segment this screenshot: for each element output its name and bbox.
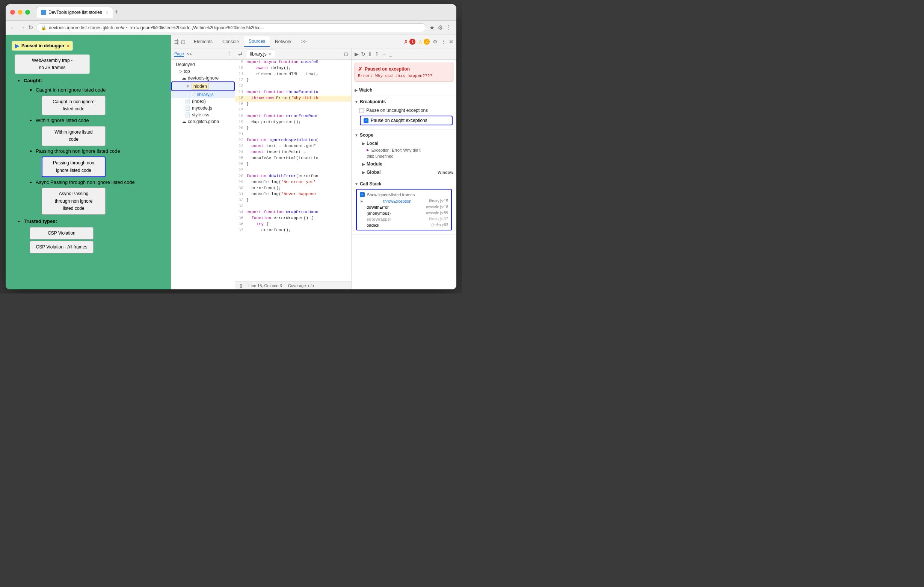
new-tab-button[interactable]: +	[115, 8, 119, 16]
cs-onclick[interactable]: onclick (index):83	[358, 222, 450, 228]
pause-caught-item[interactable]: Pause on caught exceptions	[360, 116, 453, 125]
passing-through-button[interactable]: Passing through nonignore listed code	[42, 156, 106, 177]
tab-sources[interactable]: Sources	[244, 36, 270, 47]
tab-more[interactable]: >>	[297, 37, 311, 46]
local-label: Local	[366, 141, 378, 146]
devtools-icons: ✗ 1 △ 2 ⚙ ⋮ ✕	[404, 39, 453, 44]
close-devtools-icon[interactable]: ✕	[449, 39, 453, 44]
devtools-inspect-icon[interactable]: ◻	[181, 39, 186, 44]
bookmark-button[interactable]: ★	[429, 24, 435, 31]
code-content[interactable]: 9 export async function unsafeS 10 await…	[235, 60, 351, 281]
deactivate-icon[interactable]: ⎯	[389, 51, 392, 57]
step-into-icon[interactable]: ⇓	[368, 51, 372, 57]
code-line-26: 26 }	[235, 162, 351, 168]
src-tab-more[interactable]: >>	[187, 52, 192, 56]
breakpoints-header[interactable]: ▼ Breakpoints	[355, 98, 453, 105]
pause-caught-label: Pause on caught exceptions	[371, 118, 427, 123]
pause-caught-checkbox[interactable]	[364, 118, 368, 123]
pause-uncaught-label: Pause on uncaught exceptions	[366, 108, 428, 113]
js-orange-icon: 📄	[185, 105, 190, 111]
editor-status: {} Line 15, Column 3 Coverage: n/a	[235, 281, 351, 289]
code-line-24: 24 const insertionPoint =	[235, 150, 351, 156]
settings-icon[interactable]: ⚙	[433, 39, 437, 44]
async-passing-button[interactable]: Async Passingthrough non ignorelisted co…	[42, 187, 106, 215]
scope-label: Scope	[360, 133, 373, 138]
cs-anonymous[interactable]: (anonymous) mycode.js:89	[358, 210, 450, 216]
editor-toggle-icon[interactable]: ◻	[344, 51, 348, 57]
csp-violation-all-button[interactable]: CSP Violation - All frames	[30, 241, 94, 253]
scope-header[interactable]: ▼ Scope	[355, 132, 453, 138]
tab-console[interactable]: Console	[218, 37, 243, 46]
ft-devtools-ignore-label: devtools-ignore	[188, 76, 219, 81]
exception-var-label: ▶	[366, 148, 369, 152]
ft-devtools-ignore[interactable]: ☁ devtools-ignore	[171, 75, 235, 81]
css-icon: 📄	[185, 112, 190, 117]
back-button[interactable]: ←	[10, 25, 16, 31]
cs-arrow-icon: ►	[360, 199, 364, 204]
exception-box: ✗ Paused on exception Error: Why did thi…	[355, 62, 453, 81]
code-line-33: 33	[235, 204, 351, 210]
debugger-toolbar: ▶ ↻ ⇓ ⇑ → ⎯	[351, 48, 456, 60]
ft-style[interactable]: 📄 style.css	[171, 112, 235, 118]
code-line-31: 31 console.log('Never happene	[235, 192, 351, 198]
cs-error-wrapper[interactable]: errorWrapper library.js:37	[358, 216, 450, 222]
show-ignored-row[interactable]: Show ignore-listed frames	[358, 191, 450, 198]
active-tab[interactable]: DevTools ignore list stories ×	[36, 7, 113, 18]
editor-tabs: ⇄ library.js ✕ ◻	[235, 48, 351, 60]
breakpoints-label: Breakpoints	[360, 99, 386, 104]
code-line-23: 23 const text = document.getE	[235, 144, 351, 150]
code-line-20: 20 }	[235, 126, 351, 132]
forward-button[interactable]: →	[19, 25, 25, 31]
cs-loc-onclick: (index):83	[432, 223, 448, 227]
watch-header[interactable]: ▶ Watch	[355, 87, 453, 94]
module-arrow: ▶	[362, 162, 365, 166]
more-icon[interactable]: ⋮	[441, 39, 446, 44]
step-icon[interactable]: →	[381, 51, 386, 57]
caught-non-ignore-button[interactable]: Caught in non ignorelisted code	[42, 96, 106, 115]
menu-button[interactable]: ⋮	[446, 24, 452, 31]
caught-non-ignore-item: Caught in non ignore listed code Caught …	[36, 86, 165, 115]
resume-icon[interactable]: ▶	[355, 51, 359, 57]
step-over-icon[interactable]: ↻	[361, 51, 365, 57]
tab-close-button[interactable]: ×	[106, 10, 108, 15]
local-arrow: ▶	[362, 141, 365, 146]
cs-fn-onclick: onclick	[360, 223, 380, 227]
scope-arrow: ▼	[355, 133, 358, 137]
ft-cdn[interactable]: ☁ cdn.glitch.globa	[171, 118, 235, 125]
minimize-button[interactable]	[18, 10, 23, 15]
step-out-icon[interactable]: ⇑	[375, 51, 379, 57]
module-header[interactable]: ▶ Module	[359, 161, 453, 168]
cs-do-with-error[interactable]: doWithError mycode.js:18	[358, 204, 450, 210]
ft-index[interactable]: 📄 (index)	[171, 98, 235, 105]
content-area: ▶ Paused in debugger ● WebAssembly trap …	[6, 35, 456, 289]
within-ignore-button[interactable]: Within ignore listedcode	[42, 126, 106, 146]
devtools-cursor-icon[interactable]: ⇶	[174, 39, 179, 44]
tab-elements[interactable]: Elements	[189, 37, 217, 46]
maximize-button[interactable]	[25, 10, 30, 15]
src-tab-page[interactable]: Page	[174, 51, 184, 57]
ft-mycode[interactable]: 📄 mycode.js	[171, 105, 235, 112]
pause-uncaught-checkbox[interactable]	[359, 108, 364, 113]
close-button[interactable]	[10, 10, 15, 15]
bracket-icon: {}	[240, 283, 242, 288]
ft-top[interactable]: ▷ top	[171, 68, 235, 75]
show-ignored-checkbox[interactable]	[360, 192, 365, 197]
url-box[interactable]: 🔒 devtools-ignore-list-stories.glitch.me…	[36, 23, 426, 32]
tab-network[interactable]: Network	[271, 37, 296, 46]
editor-tab-close[interactable]: ✕	[268, 52, 271, 56]
local-header[interactable]: ▶ Local	[359, 140, 453, 147]
src-sidebar-toggle[interactable]: ⋮	[226, 51, 232, 57]
call-stack-header[interactable]: ▼ Call Stack	[355, 181, 453, 187]
ft-library-js[interactable]: 📄 library.js	[171, 91, 235, 98]
editor-tab-library[interactable]: library.js ✕	[246, 49, 276, 58]
address-bar: ← → ↻ 🔒 devtools-ignore-list-stories.gli…	[6, 21, 456, 35]
reload-button[interactable]: ↻	[28, 24, 33, 31]
csp-violation-button[interactable]: CSP Violation	[30, 227, 94, 240]
file-tree: Deployed ▷ top ☁ devtools-ignore ▼	[171, 60, 235, 289]
cs-throw-exception[interactable]: ► throwException library.js:15	[358, 198, 450, 204]
code-line-25: 25 unsafeSetInnerHtml(insertic	[235, 156, 351, 162]
global-header[interactable]: ▶ Global Window	[359, 169, 453, 176]
extensions-button[interactable]: ⚙	[437, 24, 443, 31]
ft-hidden-folder[interactable]: ▼ hidden	[171, 81, 235, 91]
editor-nav-icon[interactable]: ⇄	[238, 51, 242, 57]
